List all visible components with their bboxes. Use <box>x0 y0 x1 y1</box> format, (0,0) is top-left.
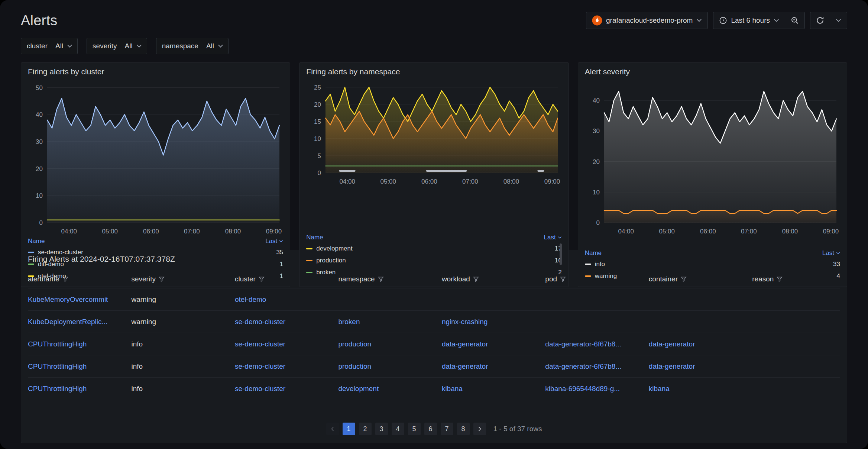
page-button-4[interactable]: 4 <box>392 423 404 435</box>
svg-text:08:00: 08:00 <box>782 228 798 235</box>
toolbar: grafanacloud-sedemo-prom Last 6 hours <box>586 12 847 29</box>
page-button-8[interactable]: 8 <box>457 423 470 435</box>
legend-last-header[interactable]: Last <box>822 249 840 257</box>
cell-container[interactable]: kibana <box>649 385 752 393</box>
cell-alertname[interactable]: KubeMemoryOvercommit <box>28 295 131 304</box>
cell-severity: warning <box>131 318 234 326</box>
cell-namespace[interactable]: production <box>338 340 441 348</box>
series-swatch <box>28 264 34 265</box>
panel-title[interactable]: Firing alerts by namespace <box>306 67 561 78</box>
filter-severity: severity All <box>87 38 147 54</box>
page-button-5[interactable]: 5 <box>408 423 421 435</box>
svg-text:04:00: 04:00 <box>340 178 356 185</box>
cell-namespace[interactable]: broken <box>338 318 441 326</box>
table-row: KubeDeploymentReplic...warningse-demo-cl… <box>28 310 840 333</box>
refresh-interval-dropdown[interactable] <box>830 12 847 29</box>
chevron-down-icon <box>836 19 841 22</box>
legend-last-header[interactable]: Last <box>265 238 283 245</box>
cell-severity: info <box>131 385 234 393</box>
series-name: production <box>316 257 346 264</box>
cell-alertname[interactable]: CPUThrottlingHigh <box>28 362 131 371</box>
svg-text:04:00: 04:00 <box>618 228 634 235</box>
legend-row[interactable]: se-demo-cluster35 <box>28 246 283 258</box>
page-button-3[interactable]: 3 <box>375 423 388 435</box>
filter-severity-value: All <box>125 42 133 50</box>
legend-row[interactable]: otel-demo1 <box>28 270 283 282</box>
cell-alertname[interactable]: KubeDeploymentReplic... <box>28 318 131 326</box>
legend-row[interactable]: production16 <box>306 255 561 267</box>
refresh-button[interactable] <box>810 12 830 29</box>
svg-text:0: 0 <box>39 219 43 226</box>
cell-cluster[interactable]: se-demo-cluster <box>235 385 338 393</box>
legend-row[interactable]: broken2 <box>306 267 561 278</box>
svg-text:0: 0 <box>318 169 321 177</box>
grafana-logo-icon <box>592 15 602 26</box>
legend-row[interactable]: development17 <box>306 243 561 255</box>
cell-namespace[interactable]: production <box>338 362 441 371</box>
svg-text:07:00: 07:00 <box>741 228 757 235</box>
cell-pod[interactable]: kibana-6965448d89-g... <box>545 385 648 393</box>
cell-pod[interactable]: data-generator-6f67b8... <box>545 340 648 348</box>
cell-container[interactable]: data-generator <box>649 340 752 348</box>
svg-text:09:00: 09:00 <box>266 228 282 235</box>
cell-namespace[interactable]: development <box>338 385 441 393</box>
filter-cluster-dropdown[interactable]: All <box>53 38 77 54</box>
svg-text:20: 20 <box>314 101 321 108</box>
time-controls: Last 6 hours <box>713 12 805 29</box>
filter-namespace-dropdown[interactable]: All <box>204 38 228 54</box>
svg-text:05:00: 05:00 <box>659 228 675 235</box>
svg-text:08:00: 08:00 <box>503 178 519 185</box>
svg-text:04:00: 04:00 <box>61 228 77 235</box>
series-swatch <box>306 272 312 273</box>
svg-text:06:00: 06:00 <box>143 228 159 235</box>
series-last-value: 33 <box>833 261 840 268</box>
svg-text:09:00: 09:00 <box>823 228 839 235</box>
series-last-value: 1 <box>280 261 283 268</box>
cell-workload[interactable]: data-generator <box>442 362 545 371</box>
legend-name-header[interactable]: Name <box>306 234 323 241</box>
panel-title[interactable]: Firing alerts by cluster <box>28 67 283 78</box>
cell-workload[interactable]: data-generator <box>442 340 545 348</box>
page-button-7[interactable]: 7 <box>441 423 453 435</box>
zoom-out-button[interactable] <box>785 12 804 29</box>
panel-title[interactable]: Alert severity <box>585 67 840 78</box>
cell-pod[interactable]: data-generator-6f67b8... <box>545 362 648 371</box>
datasource-picker[interactable]: grafanacloud-sedemo-prom <box>586 12 708 29</box>
legend-row[interactable]: info33 <box>585 258 840 270</box>
svg-text:06:00: 06:00 <box>700 228 716 235</box>
filter-cluster-label: cluster <box>21 38 53 54</box>
cell-cluster[interactable]: se-demo-cluster <box>235 362 338 371</box>
svg-text:06:00: 06:00 <box>421 178 437 185</box>
time-range-picker[interactable]: Last 6 hours <box>713 12 785 29</box>
cluster-timeseries-chart: 0102030405004:0005:0006:0007:0008:0009:0… <box>28 78 283 236</box>
cell-alertname[interactable]: CPUThrottlingHigh <box>28 385 131 393</box>
cell-workload[interactable]: nginx-crashing <box>442 318 545 326</box>
legend-scrollbar[interactable] <box>560 243 562 265</box>
prev-page-button[interactable] <box>326 423 339 435</box>
panel-firing-alerts-by-cluster: Firing alerts by cluster 0102030405004:0… <box>21 62 290 287</box>
cell-alertname[interactable]: CPUThrottlingHigh <box>28 340 131 348</box>
page-button-6[interactable]: 6 <box>424 423 437 435</box>
cell-cluster[interactable]: se-demo-cluster <box>235 318 338 326</box>
chevron-down-icon <box>67 44 72 48</box>
legend-row[interactable]: warning4 <box>585 270 840 282</box>
cell-cluster[interactable]: se-demo-cluster <box>235 340 338 348</box>
legend-name-header[interactable]: Name <box>585 249 602 257</box>
filter-severity-dropdown[interactable]: All <box>123 38 147 54</box>
chevron-down-icon <box>696 19 702 22</box>
page-button-1[interactable]: 1 <box>343 423 355 435</box>
legend-name-header[interactable]: Name <box>28 238 45 245</box>
grafana-dashboard: Alerts grafanacloud-sedemo-prom <box>0 0 868 449</box>
clock-icon <box>719 16 727 25</box>
cell-container[interactable]: data-generator <box>649 362 752 371</box>
next-page-button[interactable] <box>473 423 486 435</box>
cell-workload[interactable]: kibana <box>442 385 545 393</box>
legend-row[interactable]: ditl-demo1 <box>28 258 283 270</box>
alerts-table: alertname severity cluster namespace wor… <box>28 270 840 400</box>
legend-row[interactable]: ditl-demo-prod1 <box>306 278 561 282</box>
svg-text:30: 30 <box>36 138 43 145</box>
page-button-2[interactable]: 2 <box>359 423 372 435</box>
cell-cluster[interactable]: otel-demo <box>235 295 338 304</box>
chart-svg: 01020304004:0005:0006:0007:0008:0009:00 <box>585 78 840 236</box>
legend-last-header[interactable]: Last <box>544 234 562 241</box>
